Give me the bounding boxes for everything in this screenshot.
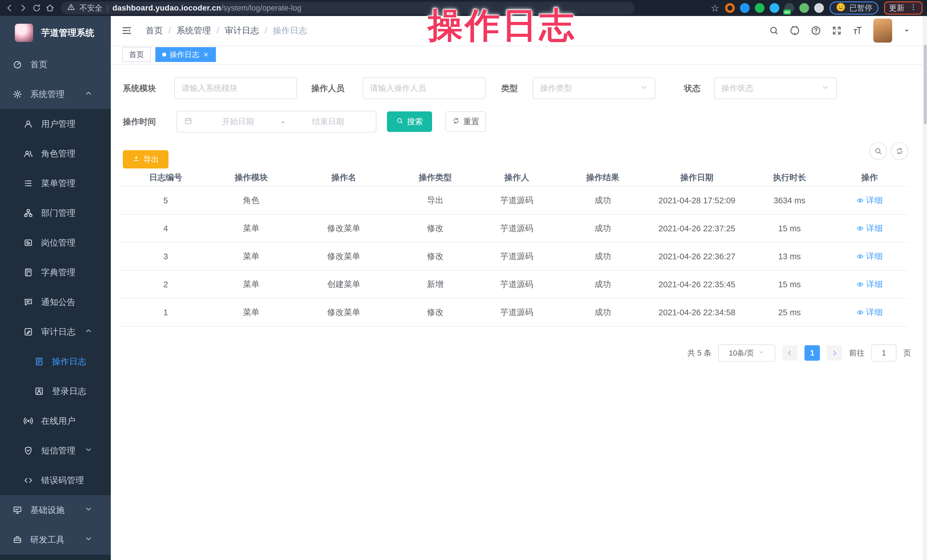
date-range-picker[interactable]: 开始日期 - 结束日期	[176, 111, 376, 132]
sidebar-item-operate-log[interactable]: 操作日志	[0, 347, 111, 376]
prev-page-button[interactable]	[782, 345, 798, 361]
sidebar-item-dev-tools[interactable]: 研发工具	[0, 525, 111, 555]
detail-link[interactable]: 详细	[857, 251, 883, 262]
cell-operator: 芋道源码	[474, 307, 560, 318]
browser-menu-icon[interactable]	[909, 3, 918, 14]
tag-首页[interactable]: 首页	[122, 47, 151, 62]
detail-link[interactable]: 详细	[857, 279, 883, 290]
type-select[interactable]: 操作类型	[533, 77, 655, 99]
refresh-table-button[interactable]	[891, 142, 909, 160]
cell-module: 菜单	[211, 279, 291, 290]
sidebar-item-errcode-mgmt[interactable]: 错误码管理	[0, 466, 111, 495]
sidebar-item-infrastructure[interactable]: 基础设施	[0, 495, 111, 525]
log-icon	[23, 327, 33, 337]
page-unit-label: 页	[903, 348, 911, 358]
cell-date: 2021-04-26 22:35:45	[646, 280, 748, 289]
detail-link[interactable]: 详细	[857, 223, 883, 234]
breadcrumb-item[interactable]: 审计日志	[225, 25, 259, 36]
chevron-up-icon	[85, 90, 93, 97]
sidebar-item-system-mgmt[interactable]: 系统管理	[0, 79, 111, 109]
detail-link[interactable]: 详细	[857, 195, 883, 206]
module-input[interactable]	[174, 77, 297, 99]
search-button-label: 搜索	[407, 116, 423, 127]
font-size-icon[interactable]	[852, 25, 863, 36]
sidebar-logo-row[interactable]: 芋道管理系统	[0, 16, 111, 50]
user-avatar[interactable]	[873, 18, 892, 42]
extension-puzzle-icon[interactable]	[814, 3, 824, 13]
breadcrumb-item[interactable]: 首页	[146, 25, 163, 36]
breadcrumb: 首页/系统管理/审计日志/操作日志	[146, 25, 307, 36]
next-page-button[interactable]	[827, 345, 842, 361]
operator-input[interactable]	[363, 77, 485, 99]
url-domain: dashboard.yudao.iocoder.cn	[112, 4, 221, 12]
help-icon[interactable]	[810, 25, 821, 36]
fullscreen-icon[interactable]	[831, 26, 842, 36]
extension-green-leaf-icon[interactable]	[799, 3, 809, 13]
tag-label: 首页	[129, 50, 144, 60]
status-select[interactable]: 操作状态	[714, 77, 837, 99]
address-bar[interactable]: 不安全 | dashboard.yudao.iocoder.cn/system/…	[61, 2, 635, 14]
cell-module: 菜单	[211, 251, 291, 262]
breadcrumb-item[interactable]: 操作日志	[273, 25, 307, 36]
search-icon	[769, 26, 779, 36]
sidebar-item-home[interactable]: 首页	[0, 50, 111, 79]
tag-操作日志[interactable]: 操作日志	[155, 47, 216, 62]
breadcrumb-item[interactable]: 系统管理	[176, 25, 211, 36]
sidebar-item-dept-mgmt[interactable]: 部门管理	[0, 198, 111, 228]
profile-paused-pill[interactable]: 已暂停	[830, 2, 878, 15]
scrollbar-thumb[interactable]	[924, 44, 927, 124]
extension-blue-gem-icon[interactable]	[770, 3, 780, 13]
detail-link[interactable]: 详细	[857, 307, 883, 318]
page-scrollbar[interactable]	[923, 16, 927, 560]
fullscreen-icon	[831, 26, 842, 36]
close-icon[interactable]	[203, 52, 209, 58]
github-icon[interactable]	[789, 25, 800, 36]
chevron-down-icon	[821, 83, 829, 93]
shield-icon	[23, 446, 33, 455]
export-button[interactable]: 导出	[123, 150, 169, 168]
table-row: 5角色导出芋道源码成功2021-04-28 17:52:093634 ms详细	[120, 187, 908, 215]
reset-button[interactable]: 重置	[445, 111, 486, 132]
browser-back-icon[interactable]	[5, 3, 14, 13]
extension-orange-ring-icon[interactable]	[725, 3, 735, 13]
extension-green-check-icon[interactable]	[755, 3, 764, 13]
cell-result: 成功	[560, 307, 646, 318]
badge-icon	[23, 238, 33, 247]
search-icon[interactable]	[769, 26, 779, 36]
browser-home-icon[interactable]	[45, 3, 55, 13]
caret-down-icon[interactable]	[903, 26, 911, 35]
eye-icon	[857, 253, 864, 260]
browser-refresh-icon[interactable]	[32, 3, 41, 12]
sidebar-item-label: 登录日志	[52, 385, 86, 397]
sidebar-item-sms-mgmt[interactable]: 短信管理	[0, 436, 111, 466]
extension-blue-pin-icon[interactable]	[740, 3, 750, 13]
pagination: 共 5 条 10条/页 1 前往 页	[687, 344, 911, 361]
export-button-label: 导出	[143, 154, 159, 164]
cell-date: 2021-04-26 22:34:58	[646, 308, 748, 317]
sidebar-item-post-mgmt[interactable]: 岗位管理	[0, 228, 111, 258]
cell-module: 菜单	[211, 307, 291, 318]
calendar-icon	[184, 117, 195, 127]
sidebar-item-menu-mgmt[interactable]: 菜单管理	[0, 168, 111, 198]
sidebar-item-audit-log[interactable]: 审计日志	[0, 317, 111, 347]
column-header: 操作	[831, 172, 908, 183]
page-size-select[interactable]: 10条/页	[718, 344, 775, 361]
goto-page-input[interactable]	[871, 344, 897, 361]
sidebar-item-user-mgmt[interactable]: 用户管理	[0, 109, 111, 139]
sidebar-item-role-mgmt[interactable]: 角色管理	[0, 139, 111, 168]
toggle-search-button[interactable]	[869, 142, 887, 160]
collapse-menu-icon[interactable]	[121, 25, 132, 36]
sidebar-item-login-log[interactable]: 登录日志	[0, 376, 111, 406]
browser-update-button[interactable]: 更新	[884, 2, 922, 15]
bookmark-star-icon[interactable]: ☆	[711, 3, 719, 13]
sidebar-item-notice[interactable]: 通知公告	[0, 287, 111, 317]
extension-dark-on-icon[interactable]: on	[784, 3, 794, 13]
search-button[interactable]: 搜索	[387, 111, 432, 132]
cell-result: 成功	[560, 223, 646, 234]
page-number-button[interactable]: 1	[804, 345, 820, 361]
chevron-down-icon	[640, 83, 648, 93]
sidebar-item-dict-mgmt[interactable]: 字典管理	[0, 258, 111, 287]
chevron-down-icon	[85, 535, 93, 543]
sidebar-item-online-user[interactable]: 在线用户	[0, 406, 111, 436]
browser-forward-icon[interactable]	[18, 3, 28, 13]
